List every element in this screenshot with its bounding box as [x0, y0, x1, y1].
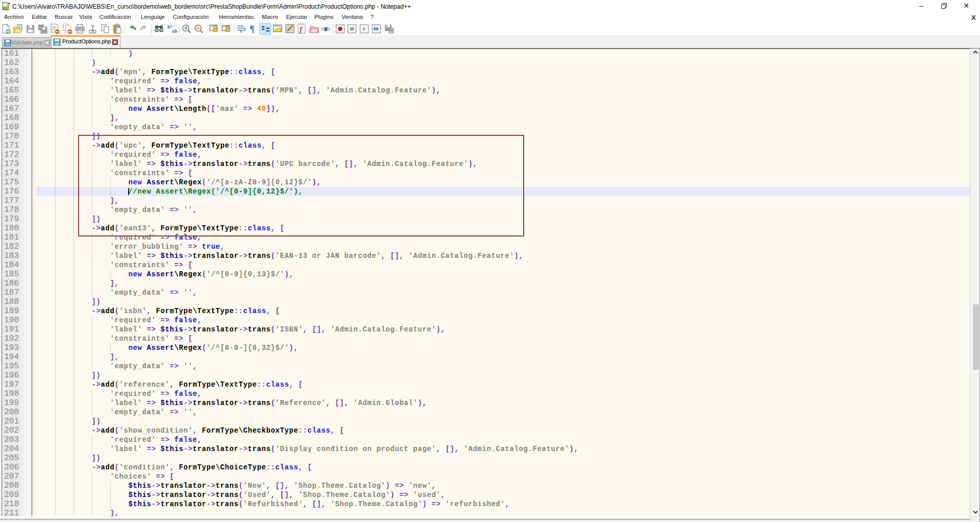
svg-text:¶: ¶ — [250, 24, 255, 34]
svg-text:b: b — [167, 25, 170, 30]
svg-text:ab: ab — [172, 29, 178, 34]
